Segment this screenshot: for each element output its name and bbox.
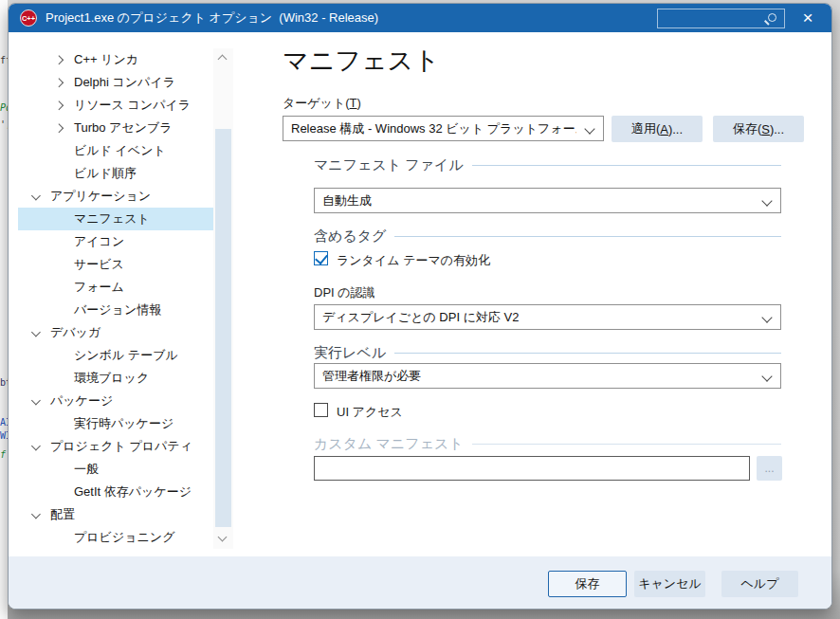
sidebar-item[interactable]: サービス [18, 253, 213, 276]
chevron-down-icon[interactable] [31, 192, 39, 200]
spacer [55, 420, 63, 428]
target-configuration-select[interactable]: Release 構成 - Windows 32 ビット プラットフォーム [283, 116, 604, 141]
sidebar-item[interactable]: GetIt 依存パッケージ [18, 481, 213, 503]
sidebar-item-label: バージョン情報 [74, 301, 161, 319]
spacer [55, 465, 63, 473]
titlebar-search-box[interactable] [657, 9, 785, 28]
sidebar-item[interactable]: パッケージ [18, 390, 213, 412]
save-button[interactable]: 保存 [548, 571, 627, 597]
sidebar-item-label: 一般 [74, 461, 99, 478]
section-custom-manifest: カスタム マニフェスト [314, 435, 781, 453]
spacer [55, 283, 63, 291]
scrollbar-thumb[interactable] [215, 129, 231, 527]
sidebar-item[interactable]: Turbo アセンブラ [18, 117, 213, 139]
background-code-fragment: f [0, 449, 6, 460]
sidebar-item-label: フォーム [74, 279, 124, 296]
cancel-button[interactable]: キャンセル [634, 571, 705, 597]
target-label: ターゲット(T) [283, 95, 361, 112]
sidebar-item[interactable]: プロビジョニング [18, 526, 213, 549]
sidebar-item-label: シンボル テーブル [74, 347, 178, 364]
chevron-down-icon [761, 195, 772, 206]
tree-scrollbar[interactable] [213, 48, 233, 549]
execution-level-value: 管理者権限が必要 [322, 368, 421, 385]
dpi-awareness-select[interactable]: ディスプレイごとの DPI に対応 V2 [314, 304, 781, 330]
spacer [55, 374, 63, 382]
background-code-fragment: ff [0, 55, 8, 65]
sidebar-item-label: ビルド順序 [74, 165, 137, 182]
sidebar-item-label: プロジェクト プロパティ [50, 438, 192, 455]
sidebar-item[interactable]: Delphi コンパイラ [18, 71, 213, 94]
custom-manifest-path-input[interactable] [314, 456, 750, 481]
spacer [55, 170, 63, 177]
close-button[interactable]: × [795, 6, 820, 30]
spacer [55, 238, 63, 246]
project-options-dialog: C++ Project1.exe のプロジェクト オプション (Win32 - … [8, 3, 832, 610]
chevron-down-icon[interactable] [31, 511, 39, 519]
sidebar-tree: C++ リンカDelphi コンパイラリソース コンパイラTurbo アセンブラ… [18, 48, 213, 549]
sidebar-item[interactable]: バージョン情報 [18, 299, 213, 321]
sidebar-item-label: マニフェスト [74, 210, 150, 228]
sidebar-item[interactable]: 実行時パッケージ [18, 412, 213, 435]
sidebar-item[interactable]: ビルド イベント [18, 139, 213, 162]
dpi-awareness-label: DPI の認識 [314, 284, 375, 301]
background-code-fragment: bt [0, 377, 8, 388]
manifest-file-select[interactable]: 自動生成 [314, 188, 781, 213]
sidebar-item-label: プロビジョニング [74, 529, 174, 546]
page-title: マニフェスト [283, 44, 440, 78]
sidebar-item[interactable]: 環境ブロック [18, 367, 213, 390]
runtime-themes-label: ランタイム テーマの有効化 [337, 252, 490, 269]
background-code-fragment: WI [0, 430, 8, 441]
spacer [55, 215, 63, 223]
sidebar-item-label: 配置 [50, 506, 75, 523]
sidebar-item[interactable]: デバッガ [18, 321, 213, 344]
section-execution-level: 実行レベル [314, 344, 781, 362]
chevron-down-icon[interactable] [31, 443, 39, 450]
sidebar-item[interactable]: 配置 [18, 503, 213, 526]
chevron-right-icon[interactable] [55, 79, 63, 86]
sidebar-item-label: ビルド イベント [74, 142, 166, 159]
browse-button[interactable]: ... [757, 456, 782, 481]
sidebar-item-label: パッケージ [50, 392, 113, 410]
sidebar-item[interactable]: ビルド順序 [18, 162, 213, 185]
spacer [55, 261, 63, 268]
chevron-down-icon [761, 312, 772, 322]
background-code-fragment: Po [0, 102, 8, 113]
scroll-up-icon[interactable] [219, 56, 227, 64]
help-button[interactable]: ヘルプ [721, 571, 798, 597]
spacer [55, 352, 63, 359]
chevron-right-icon[interactable] [55, 124, 63, 132]
chevron-right-icon[interactable] [55, 56, 63, 64]
execution-level-select[interactable]: 管理者権限が必要 [314, 363, 781, 389]
ui-access-checkbox[interactable] [314, 403, 328, 417]
spacer [55, 488, 63, 496]
save-target-button[interactable]: 保存(S)... [713, 116, 804, 142]
sidebar-item[interactable]: マニフェスト [18, 208, 213, 230]
sidebar-item-label: 環境ブロック [74, 370, 149, 387]
sidebar-item[interactable]: リソース コンパイラ [18, 94, 213, 117]
chevron-down-icon[interactable] [31, 397, 39, 405]
sidebar-item[interactable]: アプリケーション [18, 185, 213, 208]
spacer [55, 534, 63, 541]
scroll-down-icon[interactable] [219, 534, 227, 541]
footer-bar: 保存 キャンセル ヘルプ [9, 556, 831, 609]
chevron-down-icon [761, 371, 772, 381]
spacer [55, 306, 63, 314]
sidebar-item-label: GetIt 依存パッケージ [74, 483, 192, 501]
sidebar-item[interactable]: 一般 [18, 458, 213, 481]
background-code-strip: ffPo',btAIWIf [0, 0, 8, 619]
sidebar-item-label: Turbo アセンブラ [74, 119, 173, 137]
sidebar-item[interactable]: アイコン [18, 230, 213, 253]
chevron-right-icon[interactable] [55, 101, 63, 109]
sidebar-item-label: デバッガ [50, 324, 100, 341]
apply-button[interactable]: 適用(A)... [612, 116, 703, 142]
background-code-fragment: ', [0, 119, 8, 130]
sidebar-item[interactable]: フォーム [18, 276, 213, 299]
ui-access-label: UI アクセス [337, 404, 403, 421]
sidebar-item[interactable]: プロジェクト プロパティ [18, 435, 213, 458]
sidebar-item[interactable]: C++ リンカ [18, 48, 213, 71]
search-input[interactable] [662, 9, 764, 27]
chevron-down-icon[interactable] [31, 329, 39, 337]
spacer [55, 147, 63, 155]
runtime-themes-checkbox[interactable] [314, 251, 328, 265]
sidebar-item[interactable]: シンボル テーブル [18, 344, 213, 367]
